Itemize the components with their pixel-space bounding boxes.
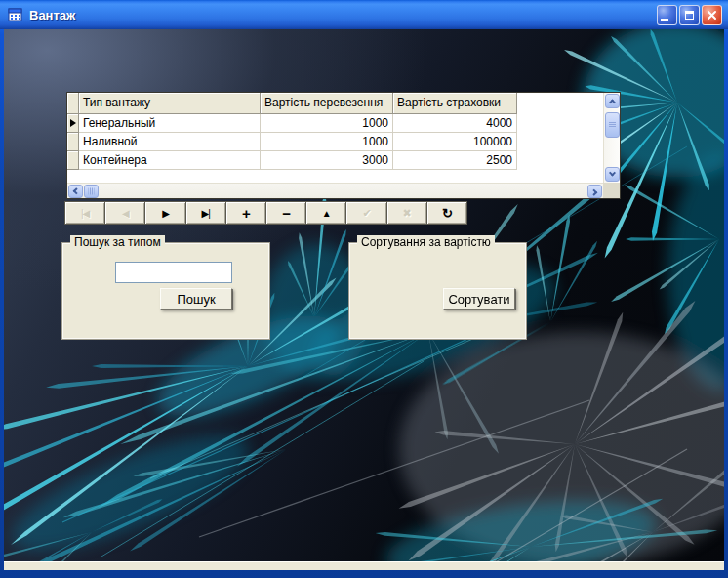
search-groupbox-title: Пошук за типом [70,235,165,250]
next-record-button[interactable]: ▶ [144,201,185,225]
cell-shipping-cost[interactable]: 1000 [261,114,393,133]
row-indicator-cell [67,133,79,151]
search-groupbox: Пошук за типом Пошук [61,242,270,340]
column-header-type: Тип вантажу [79,93,261,114]
minimize-button[interactable] [657,5,677,25]
maximize-button[interactable] [679,5,700,25]
column-header-insurance-cost: Вартість страховки [393,93,517,114]
minimize-icon [661,19,668,21]
cell-type[interactable]: Наливной [79,133,261,151]
horizontal-scroll-thumb[interactable] [84,185,99,198]
last-record-button[interactable]: ▶| [185,201,226,225]
grid-header-row: Тип вантажу Вартість перевезення Вартіст… [67,93,603,114]
scroll-up-button[interactable] [605,94,620,108]
cell-type[interactable]: Генеральный [79,114,261,133]
cargo-data-grid: Тип вантажу Вартість перевезення Вартіст… [66,92,621,199]
cell-shipping-cost[interactable]: 1000 [261,133,393,151]
maximize-icon [685,11,694,20]
current-record-arrow-icon [70,119,76,127]
cell-insurance-cost[interactable]: 100000 [393,133,517,151]
titlebar: Вантаж [0,0,728,29]
search-input[interactable] [115,262,232,283]
prior-record-button[interactable]: ◀ [104,201,145,225]
cell-insurance-cost[interactable]: 2500 [393,151,517,170]
table-row[interactable]: Наливной 1000 100000 [67,133,603,151]
chevron-left-icon [73,187,80,194]
vertical-scroll-thumb[interactable] [605,112,620,138]
horizontal-scrollbar[interactable] [67,183,603,198]
sort-groupbox-title: Сортування за вартістю [357,235,495,250]
cell-type[interactable]: Контейнера [79,151,261,170]
scroll-right-button[interactable] [587,185,602,198]
table-row[interactable]: Контейнера 3000 2500 [67,151,603,170]
app-window: Вантаж [0,0,728,578]
scrollbar-corner [603,183,620,198]
table-row[interactable]: Генеральный 1000 4000 [67,114,603,133]
search-button[interactable]: Пошук [160,288,232,310]
chevron-up-icon [609,99,616,105]
edit-record-button[interactable]: ▲ [305,201,346,225]
horizontal-scroll-track[interactable] [100,184,586,198]
delete-record-button[interactable]: − [265,201,306,225]
row-indicator-cell [67,151,79,170]
window-title: Вантаж [29,8,657,22]
vertical-scrollbar[interactable] [603,93,620,183]
cell-shipping-cost[interactable]: 3000 [261,151,393,170]
scroll-down-button[interactable] [605,167,620,182]
client-area: Тип вантажу Вартість перевезення Вартіст… [4,29,724,570]
sort-button[interactable]: Сортувати [443,288,515,310]
close-button[interactable] [702,5,722,25]
grid-indicator-header [67,93,79,114]
first-record-button[interactable]: |◀ [64,201,105,225]
app-icon [8,7,23,22]
post-edit-button[interactable]: ✔ [345,201,386,225]
thumb-grip-icon [89,188,95,195]
sort-groupbox: Сортування за вартістю Сортувати [348,242,527,340]
form-bottom-strip [4,561,724,570]
insert-record-button[interactable]: + [225,201,266,225]
refresh-button[interactable]: ↻ [426,201,467,225]
db-navigator: |◀ ◀ ▶ ▶| + − ▲ ✔ ✖ ↻ [64,201,466,225]
column-header-shipping-cost: Вартість перевезення [261,93,393,114]
cell-insurance-cost[interactable]: 4000 [393,114,517,133]
scroll-left-button[interactable] [68,185,83,198]
row-indicator-cell [67,114,79,133]
cancel-edit-button[interactable]: ✖ [386,201,427,225]
close-icon [707,10,717,21]
chevron-right-icon [590,188,597,195]
chevron-down-icon [609,170,616,177]
vertical-scroll-track[interactable] [604,138,620,166]
thumb-grip-icon [609,122,616,128]
grid-content: Тип вантажу Вартість перевезення Вартіст… [67,93,603,183]
